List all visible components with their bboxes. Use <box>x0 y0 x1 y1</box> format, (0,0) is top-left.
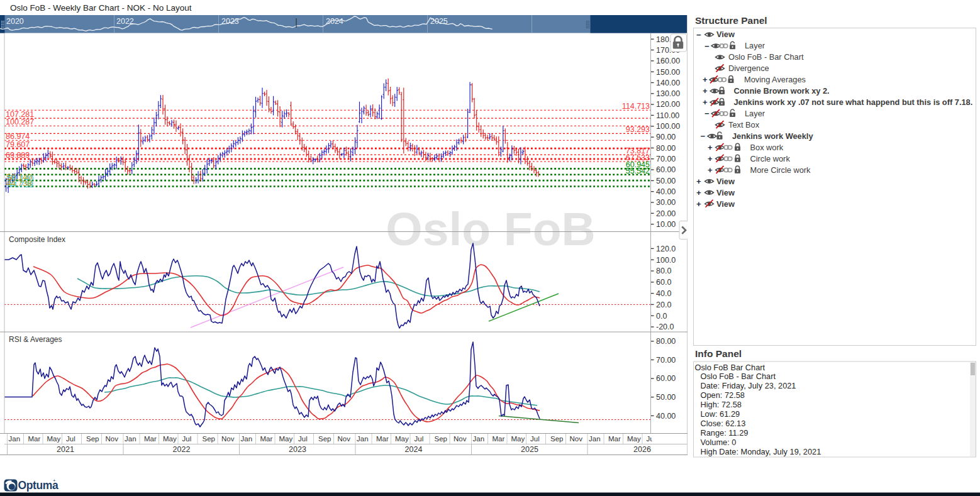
svg-text:Jan: Jan <box>473 435 485 443</box>
svg-text:Open: 72.58: Open: 72.58 <box>701 390 745 400</box>
svg-text:Structure Panel: Structure Panel <box>695 15 767 26</box>
svg-text:Sep: Sep <box>318 435 331 443</box>
svg-text:80.00: 80.00 <box>656 144 676 153</box>
svg-text:-20.0: -20.0 <box>656 322 674 331</box>
svg-text:Box work: Box work <box>750 143 784 152</box>
svg-text:20.00: 20.00 <box>656 209 676 218</box>
svg-text:120.00: 120.00 <box>656 100 680 109</box>
svg-text:Jul: Jul <box>66 435 75 443</box>
svg-text:2022: 2022 <box>173 445 191 454</box>
svg-text:May: May <box>627 435 641 443</box>
svg-text:View: View <box>716 188 735 197</box>
svg-text:150.00: 150.00 <box>656 68 680 77</box>
svg-text:120.0: 120.0 <box>656 245 676 253</box>
svg-text:2020: 2020 <box>6 17 24 26</box>
svg-text:−: − <box>696 30 701 40</box>
svg-text:2025: 2025 <box>521 445 538 454</box>
svg-text:Oslo FoB: Oslo FoB <box>386 202 595 255</box>
svg-text:Sep: Sep <box>550 435 563 443</box>
svg-text:2024: 2024 <box>326 17 343 26</box>
svg-text:Text Box: Text Box <box>728 120 760 130</box>
svg-text:90.00: 90.00 <box>656 133 676 141</box>
svg-text:70.00: 70.00 <box>656 356 676 365</box>
svg-text:80.00: 80.00 <box>656 337 676 346</box>
svg-text:High: 72.58: High: 72.58 <box>701 400 742 409</box>
svg-text:Sep: Sep <box>435 435 447 443</box>
svg-text:Mar: Mar <box>376 435 389 443</box>
svg-text:55.542: 55.542 <box>626 167 650 175</box>
svg-text:Layer: Layer <box>745 41 766 50</box>
svg-text:Jan: Jan <box>589 435 601 443</box>
svg-text:Mar: Mar <box>144 435 157 443</box>
svg-text:Jul: Jul <box>298 435 308 443</box>
svg-text:+: + <box>696 177 701 186</box>
svg-text:May: May <box>511 435 525 443</box>
svg-text:2026: 2026 <box>633 445 651 454</box>
svg-text:+: + <box>53 478 56 483</box>
svg-text:Layer: Layer <box>745 109 766 118</box>
svg-text:Nov: Nov <box>454 435 467 443</box>
svg-text:50.00: 50.00 <box>656 393 676 402</box>
svg-text:100.00: 100.00 <box>656 122 680 131</box>
svg-text:0.0: 0.0 <box>656 312 667 321</box>
svg-text:Connie Brown work xy 2.: Connie Brown work xy 2. <box>734 86 830 96</box>
svg-text:Mar: Mar <box>493 435 505 443</box>
svg-text:May: May <box>279 435 293 443</box>
svg-text:10.00: 10.00 <box>656 220 676 229</box>
svg-text:High Date: Monday, July 19, 20: High Date: Monday, July 19, 2021 <box>701 447 821 456</box>
svg-text:2024: 2024 <box>405 445 423 454</box>
svg-text:+: + <box>696 199 701 209</box>
svg-text:114.713: 114.713 <box>622 102 650 111</box>
svg-text:Volume: 0: Volume: 0 <box>701 438 737 447</box>
svg-text:Sep: Sep <box>86 435 99 443</box>
svg-text:2023: 2023 <box>289 445 306 454</box>
svg-text:30.00: 30.00 <box>656 198 676 207</box>
svg-text:60.00: 60.00 <box>656 165 676 174</box>
svg-text:Close: 62.13: Close: 62.13 <box>701 419 746 428</box>
svg-text:+: + <box>708 165 713 175</box>
svg-text:100.0: 100.0 <box>656 256 676 265</box>
svg-text:View: View <box>716 30 735 39</box>
svg-text:93.293: 93.293 <box>626 125 650 134</box>
svg-text:40.00: 40.00 <box>656 412 676 421</box>
svg-text:Jenkins work xy .07 not sure w: Jenkins work xy .07 not sure what happen… <box>734 97 973 107</box>
svg-text:110.00: 110.00 <box>656 111 679 120</box>
svg-text:+: + <box>708 154 713 163</box>
svg-text:−: − <box>704 41 710 51</box>
svg-text:Low: 61.29: Low: 61.29 <box>701 409 740 419</box>
svg-text:2021: 2021 <box>57 445 74 454</box>
svg-text:More Circle work: More Circle work <box>750 165 811 175</box>
svg-text:View: View <box>716 199 735 209</box>
svg-text:Divergence: Divergence <box>728 63 769 73</box>
svg-text:Composite Index: Composite Index <box>9 235 65 244</box>
svg-text:60.00: 60.00 <box>656 374 676 383</box>
svg-text:+: + <box>703 75 708 84</box>
svg-text:79.607: 79.607 <box>6 140 30 149</box>
svg-text:View: View <box>716 177 735 186</box>
svg-text:70.00: 70.00 <box>656 155 676 163</box>
svg-text:+: + <box>708 143 713 152</box>
svg-text:May: May <box>47 435 61 443</box>
svg-text:Mar: Mar <box>608 435 621 443</box>
svg-text:44.738: 44.738 <box>6 179 32 188</box>
svg-text:100.287: 100.287 <box>6 118 34 126</box>
svg-text:40.0: 40.0 <box>656 289 671 298</box>
svg-text:Info Panel: Info Panel <box>695 348 742 359</box>
svg-text:Jul: Jul <box>415 435 424 443</box>
svg-text:Nov: Nov <box>570 435 583 443</box>
svg-text:RSI & Averages: RSI & Averages <box>9 335 62 344</box>
svg-text:May: May <box>395 435 409 443</box>
svg-text:Oslo FoB - Bar Chart: Oslo FoB - Bar Chart <box>728 52 804 62</box>
svg-text:Jenkins work Weekly: Jenkins work Weekly <box>732 131 813 141</box>
svg-text:Oslo FoB - Bar Chart: Oslo FoB - Bar Chart <box>701 372 776 381</box>
svg-text:Jan: Jan <box>357 435 369 443</box>
svg-text:Sep: Sep <box>203 435 215 443</box>
svg-text:Mar: Mar <box>260 435 273 443</box>
svg-text:+: + <box>703 86 708 96</box>
svg-text:May: May <box>163 435 177 443</box>
svg-text:Jul: Jul <box>530 435 540 443</box>
svg-text:Jul: Jul <box>182 435 192 443</box>
svg-text:Date: Friday, July 23, 2021: Date: Friday, July 23, 2021 <box>701 381 796 390</box>
svg-text:Jan: Jan <box>125 435 136 443</box>
svg-text:−: − <box>704 109 710 118</box>
